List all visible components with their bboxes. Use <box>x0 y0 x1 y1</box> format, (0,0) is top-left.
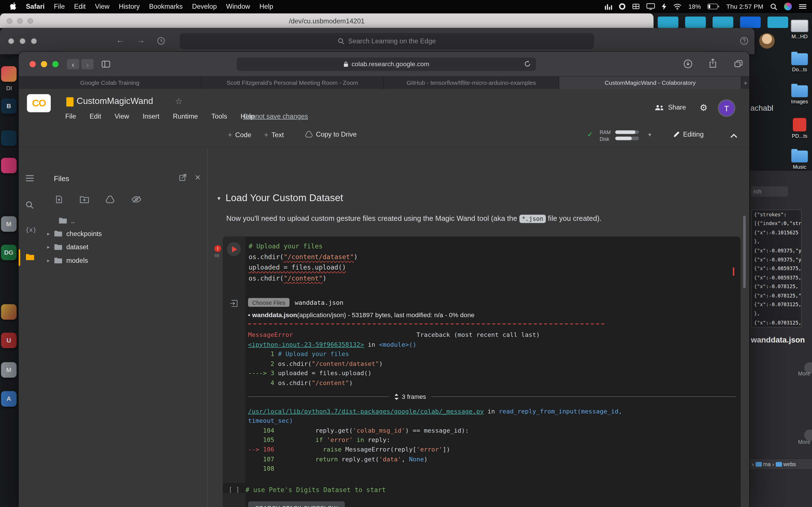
window-minimize-button[interactable] <box>20 38 26 44</box>
dock-app-icon[interactable] <box>1 304 17 320</box>
siri-icon[interactable] <box>784 3 792 10</box>
find-replace-icon[interactable] <box>26 201 34 209</box>
table-of-contents-icon[interactable] <box>26 175 34 182</box>
tree-item-up[interactable]: .. <box>59 217 75 225</box>
avatar[interactable] <box>759 33 775 49</box>
record-dot-icon[interactable] <box>619 3 626 10</box>
apple-menu-icon[interactable] <box>5 0 21 13</box>
colab-menu-tools[interactable]: Tools <box>211 112 227 120</box>
menubar-item-file[interactable]: File <box>49 0 70 13</box>
next-code-cell[interactable]: [ ] # use Pete's Digits Dataset to start <box>223 483 741 493</box>
forward-button[interactable]: → <box>137 36 145 45</box>
dock-app-icon[interactable]: U <box>1 333 17 348</box>
desktop-icon-pdfs[interactable]: PD...ts <box>788 118 811 138</box>
search-fragment[interactable]: rch <box>751 186 788 196</box>
dock-app-icon[interactable]: M <box>1 216 17 232</box>
tab-zoom[interactable]: Scott Fitzgerald's Personal Meeting Room… <box>201 76 384 89</box>
menubar-item-help[interactable]: Help <box>255 0 278 13</box>
desktop-icon-documents[interactable]: Do...ts <box>788 53 811 72</box>
upload-file-icon[interactable] <box>55 195 63 204</box>
colab-menu-file[interactable]: File <box>65 112 76 120</box>
save-status-link[interactable]: Cannot save changes <box>243 112 308 120</box>
search-stack-overflow-button[interactable]: SEARCH STACK OVERFLOW <box>248 501 345 507</box>
tree-item-models[interactable]: ▸ models <box>47 257 88 265</box>
menubar-item-history[interactable]: History <box>114 0 144 13</box>
menubar-clock[interactable]: Thu 2:57 PM <box>726 3 763 10</box>
background-window-serial[interactable]: /dev/cu.usbmodem14201 <box>0 13 654 28</box>
notebook-scrollbar-thumb[interactable] <box>743 216 746 288</box>
code-editor[interactable]: # Upload your filesos.chdir("/content/da… <box>246 236 741 291</box>
breadcrumb-item[interactable]: webs <box>783 461 796 467</box>
hidden-files-eye-icon[interactable] <box>132 196 142 203</box>
desktop-icon-music[interactable]: Music <box>788 151 811 170</box>
share-button[interactable]: Share <box>655 103 686 111</box>
back-button[interactable]: ← <box>116 36 124 45</box>
desktop-icon-images[interactable]: Images <box>788 86 811 105</box>
ram-disk-status[interactable]: ✓ <box>587 130 593 138</box>
window-minimize-button[interactable] <box>41 61 47 67</box>
dock-app-icon[interactable]: DG <box>1 245 17 260</box>
star-icon[interactable]: ☆ <box>175 96 183 106</box>
editing-mode-button[interactable]: Editing <box>673 130 704 138</box>
resources-dropdown-icon[interactable]: ▾ <box>649 131 651 138</box>
menubar-item-edit[interactable]: Edit <box>69 0 90 13</box>
window-zoom-button[interactable] <box>31 38 37 44</box>
dock-app-icon[interactable]: B <box>1 98 17 114</box>
colab-menu-edit[interactable]: Edit <box>90 112 101 120</box>
window-grid-icon[interactable] <box>632 4 640 9</box>
traceback-block-1[interactable]: MessageError Traceback (most recent call… <box>248 331 741 389</box>
menubar-item-bookmarks[interactable]: Bookmarks <box>144 0 188 13</box>
choose-files-button[interactable]: Choose Files <box>248 298 290 307</box>
mount-drive-icon[interactable] <box>106 195 114 203</box>
history-clock-icon[interactable] <box>157 37 165 45</box>
more-button[interactable]: More <box>798 371 810 377</box>
colab-menu-insert[interactable]: Insert <box>143 112 160 120</box>
eq-bars-icon[interactable] <box>605 3 612 10</box>
breadcrumb-item[interactable]: ma <box>763 461 770 467</box>
tab-custommagicwand[interactable]: CustomMagicWand - Colaboratory <box>559 76 742 89</box>
window-close-button[interactable] <box>8 38 14 44</box>
display-icon[interactable] <box>647 3 655 10</box>
tab-github[interactable]: GitHub - tensorflow/tflite-micro-arduino… <box>384 76 559 89</box>
section-header[interactable]: ▾ Load Your Custom Dataset <box>217 192 343 204</box>
menubar-app-name[interactable]: Safari <box>21 0 49 13</box>
edge-search-field[interactable]: Search Learning on the Edge <box>180 33 594 49</box>
chevron-right-icon[interactable]: ▸ <box>47 244 50 250</box>
tab-colab-training[interactable]: Google Colab Training <box>18 76 201 89</box>
account-avatar[interactable]: T <box>719 100 734 116</box>
tab-overview-icon[interactable] <box>734 60 742 67</box>
downloads-icon[interactable] <box>683 59 692 68</box>
reload-icon[interactable] <box>524 61 531 67</box>
chevron-right-icon[interactable]: ▸ <box>47 258 50 263</box>
menubar-item-develop[interactable]: Develop <box>188 0 221 13</box>
forward-button[interactable]: › <box>81 59 94 69</box>
window-close-button[interactable] <box>30 61 36 67</box>
dock-app-icon[interactable] <box>1 158 17 173</box>
tree-item-checkpoints[interactable]: ▸ checkpoints <box>47 230 102 238</box>
url-field[interactable]: colab.research.google.com <box>237 57 536 71</box>
add-code-button[interactable]: +Code <box>228 130 251 138</box>
window-zoom-button[interactable] <box>52 61 59 67</box>
variables-icon[interactable]: {x} <box>26 226 37 233</box>
dock-app-icon[interactable] <box>1 130 17 146</box>
tree-item-dataset[interactable]: ▸ dataset <box>47 243 88 251</box>
panel-divider[interactable] <box>207 148 208 507</box>
dock-app-icon[interactable] <box>1 66 17 82</box>
open-panel-icon[interactable] <box>179 174 187 181</box>
share-icon[interactable] <box>709 59 717 68</box>
files-panel-icon[interactable] <box>26 253 34 261</box>
colab-logo[interactable]: CO <box>27 94 51 112</box>
more-button[interactable]: More <box>798 439 810 445</box>
add-text-button[interactable]: +Text <box>264 130 284 138</box>
traceback-block-2[interactable]: /usr/local/lib/python3.7/dist-packages/g… <box>248 407 741 494</box>
sidebar-toggle-icon[interactable] <box>101 61 110 68</box>
colab-menu-runtime[interactable]: Runtime <box>173 112 198 120</box>
menubar-item-view[interactable]: View <box>91 0 114 13</box>
new-tab-button[interactable]: + <box>742 76 749 89</box>
close-panel-icon[interactable]: ✕ <box>195 173 201 181</box>
collapse-triangle-icon[interactable]: ▾ <box>217 195 220 202</box>
background-window-safari[interactable]: ← → Search Learning on the Edge <box>0 28 755 54</box>
control-center-icon[interactable] <box>799 4 807 9</box>
frames-toggle[interactable]: 3 frames <box>394 393 426 400</box>
chevron-right-icon[interactable]: ▸ <box>47 231 50 236</box>
